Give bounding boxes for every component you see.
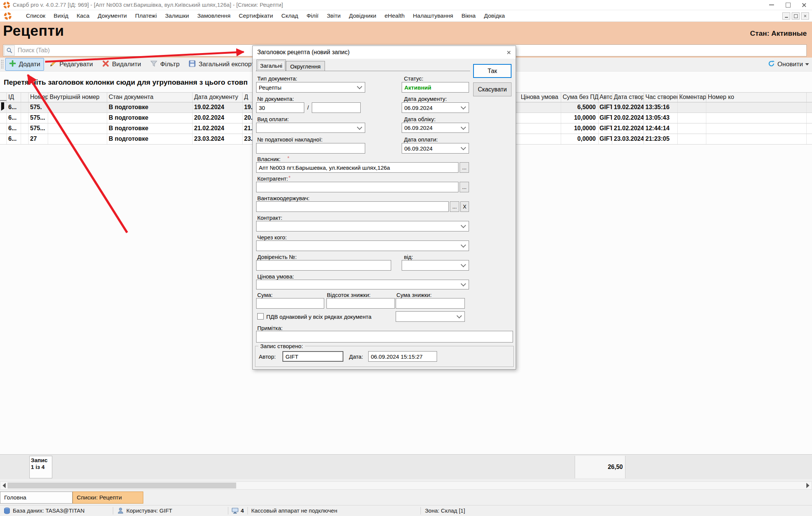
refresh-icon	[768, 60, 775, 69]
bottom-tab-spysky-recepty[interactable]: Списки: Рецепти	[73, 492, 143, 504]
doc-number-input[interactable]	[256, 102, 304, 113]
discount-percent-input[interactable]	[326, 298, 395, 309]
discount-percent-label: Відсоток знижки:	[327, 292, 370, 298]
tab-zagalni[interactable]: Загальні	[257, 59, 286, 71]
column-header-internal-number[interactable]: Внутрішній номер	[48, 93, 107, 102]
consignee-lookup-button[interactable]: ...	[450, 201, 459, 212]
delete-button[interactable]: Видалити	[98, 58, 145, 71]
consignee-input[interactable]	[256, 201, 449, 212]
scroll-left-icon[interactable]	[3, 483, 6, 488]
menu-item-spisok[interactable]: Список	[22, 11, 50, 21]
column-header-filler	[807, 93, 812, 102]
poa-from-combo[interactable]	[402, 260, 469, 271]
column-header-sum-no-vat[interactable]: Сума без ПДВ):	[561, 93, 599, 102]
chevron-down-icon	[357, 84, 362, 89]
vat-same-checkbox[interactable]	[257, 313, 264, 320]
recipe-header-dialog: Заголовок рецепта (новий запис) Загальні…	[252, 46, 516, 370]
sum-input[interactable]	[256, 298, 324, 309]
mdi-close-button[interactable]	[801, 12, 809, 20]
menu-item-sertyfikaty[interactable]: Сертифікати	[235, 11, 277, 21]
contragent-lookup-button[interactable]: ...	[460, 182, 469, 192]
refresh-button[interactable]: Оновити	[768, 60, 809, 69]
minimize-button[interactable]	[764, 1, 779, 9]
menu-item-platezhi[interactable]: Платежі	[131, 11, 161, 21]
contragent-input[interactable]	[256, 182, 458, 192]
menu-item-dokumenty[interactable]: Документи	[94, 11, 131, 21]
menu-item-ehealth[interactable]: eHealth	[380, 11, 408, 21]
doc-date-label: Дата документу:	[404, 96, 447, 102]
column-header-blank[interactable]	[21, 93, 29, 102]
column-header-comment[interactable]: Коментар	[678, 93, 706, 102]
discount-sum-input[interactable]	[396, 298, 465, 309]
dialog-close-icon[interactable]	[504, 49, 513, 56]
menu-item-kasa[interactable]: Каса	[73, 11, 94, 21]
column-header-created-time[interactable]: Час створення	[644, 93, 678, 102]
column-header-id[interactable]: ІД	[7, 93, 21, 102]
user-icon	[117, 507, 124, 515]
column-header-doc-date[interactable]: Дата документу	[193, 93, 243, 102]
scroll-right-icon[interactable]	[806, 483, 809, 488]
search-icon	[4, 45, 15, 56]
price-condition-combo[interactable]	[256, 280, 469, 289]
column-header-doc-state[interactable]: Стан документа	[107, 93, 193, 102]
horizontal-scrollbar[interactable]	[0, 481, 812, 490]
column-header-number[interactable]: Номер	[29, 93, 48, 102]
column-header-author[interactable]: Автор	[599, 93, 612, 102]
author-input[interactable]	[282, 351, 343, 362]
menu-item-sklad[interactable]: Склад	[277, 11, 302, 21]
column-header-price-condition[interactable]: Цінова умова	[518, 93, 561, 102]
consignee-clear-button[interactable]: X	[460, 201, 469, 212]
edit-button[interactable]: Редагувати	[46, 58, 97, 71]
menu-item-zalyshky[interactable]: Залишки	[161, 11, 193, 21]
doc-date-combo[interactable]: 06.09.2024	[402, 102, 469, 113]
owner-lookup-button[interactable]: ...	[460, 162, 469, 173]
discount-sum-label: Сума знижки:	[396, 292, 432, 298]
column-header-number-k[interactable]: Номер ко	[706, 93, 807, 102]
owner-input[interactable]	[256, 162, 458, 173]
scrollbar-thumb[interactable]	[8, 483, 236, 489]
tab-okruglennya[interactable]: Округлення	[286, 61, 325, 71]
grid-options-icon[interactable]	[0, 93, 7, 102]
menu-item-zamovlennya[interactable]: Замовлення	[193, 11, 234, 21]
cancel-button[interactable]: Скасувати	[473, 82, 511, 96]
export-button[interactable]: Загальний експорт	[185, 58, 258, 71]
record-count: Запис 1 із 4	[29, 456, 52, 478]
pay-date-combo[interactable]: 06.09.2024	[402, 143, 469, 154]
via-whom-combo[interactable]	[256, 240, 469, 251]
note-input[interactable]	[256, 331, 513, 342]
chevron-down-icon	[461, 262, 466, 267]
contract-combo[interactable]	[256, 221, 469, 231]
mdi-minimize-button[interactable]	[782, 12, 790, 20]
bottom-tab-golovna[interactable]: Головна	[0, 492, 73, 504]
doc-number2-input[interactable]	[312, 102, 361, 113]
menu-item-nalashtuvannya[interactable]: Налаштування	[409, 11, 457, 21]
add-button[interactable]: Додати	[5, 58, 44, 71]
close-button[interactable]	[796, 1, 811, 9]
menu-item-filii[interactable]: Філії	[302, 11, 323, 21]
filter-button[interactable]: Фільтр	[146, 58, 183, 71]
state-filter-label[interactable]: Стан: Активные	[750, 29, 807, 38]
vat-rate-combo[interactable]	[396, 311, 465, 322]
mdi-restore-button[interactable]	[792, 12, 800, 20]
maximize-button[interactable]	[780, 1, 795, 9]
menu-item-dovidka[interactable]: Довідка	[480, 11, 509, 21]
doc-type-combo[interactable]: Рецепты	[256, 82, 365, 93]
created-date-input[interactable]	[368, 351, 437, 362]
poa-number-label: Довіреність №:	[257, 254, 297, 260]
menu-item-vyhid[interactable]: Вихід	[50, 11, 73, 21]
menu-item-vikna[interactable]: Вікна	[457, 11, 480, 21]
workstation-icon	[232, 508, 238, 515]
menu-item-zvity[interactable]: Звіти	[323, 11, 345, 21]
tax-invoice-input[interactable]	[256, 143, 365, 154]
funnel-icon	[150, 60, 158, 69]
poa-number-input[interactable]	[256, 260, 391, 271]
menu-item-dovidnyky[interactable]: Довідники	[345, 11, 381, 21]
tab-underline	[256, 71, 470, 71]
pay-kind-combo[interactable]	[256, 123, 365, 133]
ok-button[interactable]: Так	[473, 64, 511, 78]
toolbar-grip-handle[interactable]	[1, 59, 4, 69]
doc-type-label: Тип документа:	[257, 75, 297, 82]
column-header-created-date[interactable]: Дата створе...	[612, 93, 644, 102]
doc-number-separator: /	[307, 104, 309, 111]
account-date-combo[interactable]: 06.09.2024	[402, 123, 469, 133]
